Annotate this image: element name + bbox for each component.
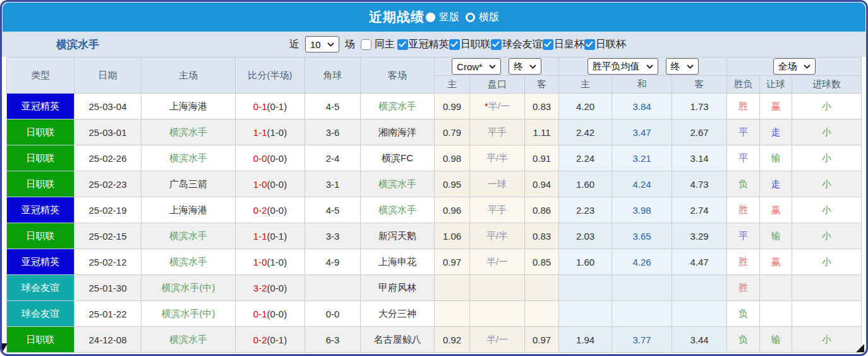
score-cell: 0-2(0-0) xyxy=(236,197,305,223)
away-team-cell: 横滨FC xyxy=(361,145,435,171)
odds-company-select[interactable]: Crow* xyxy=(452,58,501,75)
league-type-cell: 亚冠精英 xyxy=(7,249,75,275)
cursor-artifact xyxy=(2,343,8,353)
league-filter-3[interactable]: 日皇杯 xyxy=(543,38,584,51)
radio-icon-vertical[interactable] xyxy=(426,13,435,22)
sub-header-6: 胜负 xyxy=(727,76,760,94)
avg-win-cell xyxy=(559,275,612,301)
sub-header-5: 客 xyxy=(672,76,727,94)
match-count-select[interactable]: 10 xyxy=(305,36,339,52)
avg-lose-cell: 1.73 xyxy=(672,94,727,120)
full-score: 0-2 xyxy=(253,205,267,216)
same-home-label: 同主 xyxy=(375,38,395,51)
avg-win-cell: 2.42 xyxy=(559,120,612,145)
goals-cell: 小 xyxy=(792,94,862,120)
recent-results-table: 类型 日期 主场 比分(半场) 角球 客场 Crow* 终 xyxy=(6,57,862,353)
col-header-score: 比分(半场) xyxy=(236,58,305,94)
sub-header-0: 主 xyxy=(435,76,470,94)
radio-label-horizontal: 横版 xyxy=(479,11,499,24)
score-cell: 0-0(0-0) xyxy=(236,145,305,171)
corner-cell: 4-5 xyxy=(305,94,361,120)
handicap-text: 平手 xyxy=(488,204,507,215)
page-title: 近期战绩 xyxy=(369,8,425,26)
handicap-result-cell: 赢 xyxy=(760,249,792,275)
checkbox-icon-league[interactable] xyxy=(543,39,553,50)
league-filter-0[interactable]: 亚冠精英 xyxy=(397,38,449,51)
sub-header-2: 客 xyxy=(525,76,559,94)
league-filter-label: 日职联 xyxy=(461,38,491,51)
odds-home-cell: 0.96 xyxy=(435,197,470,223)
handicap-cell: 半/一 xyxy=(470,249,525,275)
checkbox-icon-league[interactable] xyxy=(449,39,460,50)
date-cell: 25-01-30 xyxy=(75,275,142,301)
chevron-down-icon xyxy=(529,64,536,69)
half-score: (0-0) xyxy=(267,205,287,216)
result-cell: 负 xyxy=(727,327,760,353)
handicap-text: 平/半 xyxy=(486,230,508,241)
odds-time-select[interactable]: 终 xyxy=(509,58,541,75)
checkbox-icon-league[interactable] xyxy=(584,39,595,50)
league-filter-4[interactable]: 日联杯 xyxy=(584,38,626,51)
avg-draw-cell: 3.98 xyxy=(612,197,672,223)
handicap-text: 半/一 xyxy=(486,334,508,345)
avg-time-select[interactable]: 终 xyxy=(666,58,699,75)
avg-draw-cell: 4.26 xyxy=(612,249,672,275)
avg-lose-cell: 2.67 xyxy=(672,120,727,145)
avg-lose-cell xyxy=(672,301,727,327)
odds-home-cell: 0.95 xyxy=(435,171,470,197)
league-type-cell: 亚冠精英 xyxy=(7,197,75,223)
date-cell: 25-02-15 xyxy=(75,223,142,249)
odds-home-cell: 1.06 xyxy=(435,223,470,249)
handicap-cell xyxy=(470,275,525,301)
radio-horizontal-layout[interactable]: 横版 xyxy=(466,11,499,24)
result-cell: 胜 xyxy=(727,197,760,223)
league-filter-1[interactable]: 日职联 xyxy=(449,38,491,51)
checkbox-icon-league[interactable] xyxy=(397,39,408,50)
avg-type-select[interactable]: 胜平负均值 xyxy=(588,58,658,75)
away-team-cell: 横滨水手 xyxy=(361,94,435,120)
date-cell: 25-01-22 xyxy=(75,301,142,327)
avg-draw-cell: 4.24 xyxy=(612,171,672,197)
handicap-result-cell: 输 xyxy=(760,145,792,171)
score-cell: 1-1(1-0) xyxy=(236,120,305,145)
table-row: 亚冠精英25-03-04上海海港0-1(0-1)4-5横滨水手0.99*半/一0… xyxy=(7,94,862,120)
checkbox-icon-same-home[interactable] xyxy=(361,39,371,50)
corner-cell: 6-3 xyxy=(305,327,361,353)
handicap-cell xyxy=(470,301,525,327)
checkbox-icon-league[interactable] xyxy=(491,39,502,50)
table-row: 亚冠精英25-02-12横滨水手1-0(1-0)4-9上海申花0.97半/一0.… xyxy=(7,249,862,275)
home-team-cell: 横滨水手 xyxy=(142,249,236,275)
goals-cell: 小 xyxy=(792,197,862,223)
away-team-cell: 名古屋鲸八 xyxy=(361,327,435,353)
avg-draw-cell: 3.21 xyxy=(612,145,672,171)
goals-cell xyxy=(792,301,862,327)
goals-cell: 小 xyxy=(792,171,862,197)
result-cell: 胜 xyxy=(727,249,760,275)
half-score: (0-1) xyxy=(267,335,287,345)
full-match-select[interactable]: 全场 xyxy=(773,58,816,75)
date-cell: 25-02-23 xyxy=(75,171,142,197)
radio-icon-horizontal[interactable] xyxy=(466,13,475,22)
odds-away-cell: 0.83 xyxy=(525,94,559,120)
handicap-result-cell: 赢 xyxy=(760,197,792,223)
avg-draw-cell: 3.84 xyxy=(612,94,672,120)
result-cell: 负 xyxy=(727,171,760,197)
score-cell: 3-2(0-0) xyxy=(236,275,305,301)
title-bar: 近期战绩 竖版 横版 xyxy=(3,3,865,32)
table-row: 亚冠精英25-02-19上海海港0-2(0-0)4-5横滨水手0.96平手0.8… xyxy=(7,197,862,223)
sub-header-1: 盘口 xyxy=(470,76,525,94)
col-header-home: 主场 xyxy=(142,58,236,94)
score-cell: 1-0(0-0) xyxy=(236,171,305,197)
handicap-text: 一球 xyxy=(488,178,507,189)
league-filter-2[interactable]: 球会友谊 xyxy=(491,38,543,51)
full-score: 1-1 xyxy=(253,231,267,242)
same-home-filter[interactable]: 同主 xyxy=(361,38,395,51)
league-filter-label: 亚冠精英 xyxy=(409,38,449,51)
avg-draw-cell: 3.47 xyxy=(612,120,672,145)
radio-vertical-layout[interactable]: 竖版 xyxy=(426,11,459,24)
score-cell: 0-1(0-0) xyxy=(236,301,305,327)
col-header-date: 日期 xyxy=(75,58,142,94)
corner-cell xyxy=(305,275,361,301)
table-row: 日职联25-02-15横滨水手1-1(0-1)3-3新泻天鹅1.06平/半0.8… xyxy=(7,223,862,249)
odds-home-cell: 0.92 xyxy=(435,327,470,353)
